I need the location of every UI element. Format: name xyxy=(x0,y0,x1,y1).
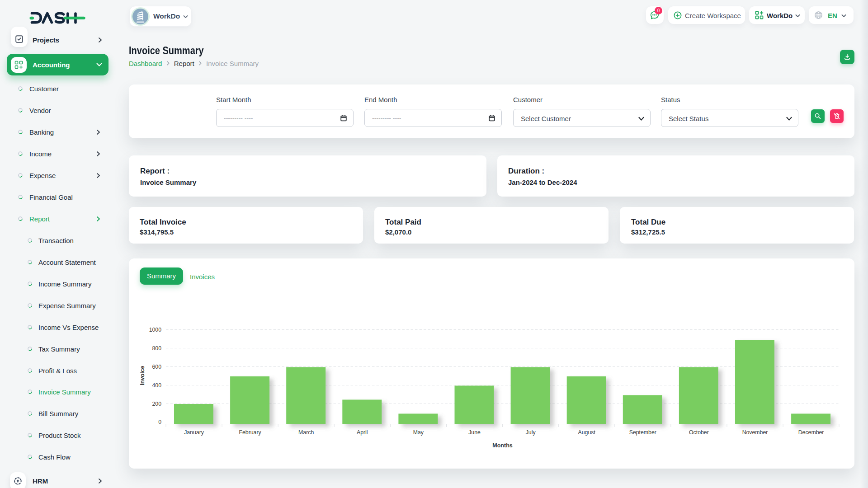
svg-text:January: January xyxy=(184,429,204,436)
svg-text:1000: 1000 xyxy=(149,327,162,333)
svg-text:September: September xyxy=(629,429,656,436)
svg-text:Invoice: Invoice xyxy=(139,366,146,385)
svg-text:May: May xyxy=(413,429,424,436)
svg-text:July: July xyxy=(526,429,536,436)
svg-text:200: 200 xyxy=(152,401,161,407)
svg-text:December: December xyxy=(798,429,824,436)
svg-text:October: October xyxy=(689,429,709,436)
svg-text:400: 400 xyxy=(152,382,161,389)
svg-text:August: August xyxy=(578,429,596,436)
svg-text:April: April xyxy=(357,429,368,436)
svg-text:600: 600 xyxy=(152,364,161,370)
svg-text:March: March xyxy=(298,429,314,436)
svg-text:800: 800 xyxy=(152,345,161,352)
svg-text:June: June xyxy=(468,429,481,436)
svg-text:February: February xyxy=(239,429,261,436)
svg-text:0: 0 xyxy=(158,419,161,425)
svg-text:Months: Months xyxy=(492,442,512,449)
svg-text:November: November xyxy=(742,429,768,436)
